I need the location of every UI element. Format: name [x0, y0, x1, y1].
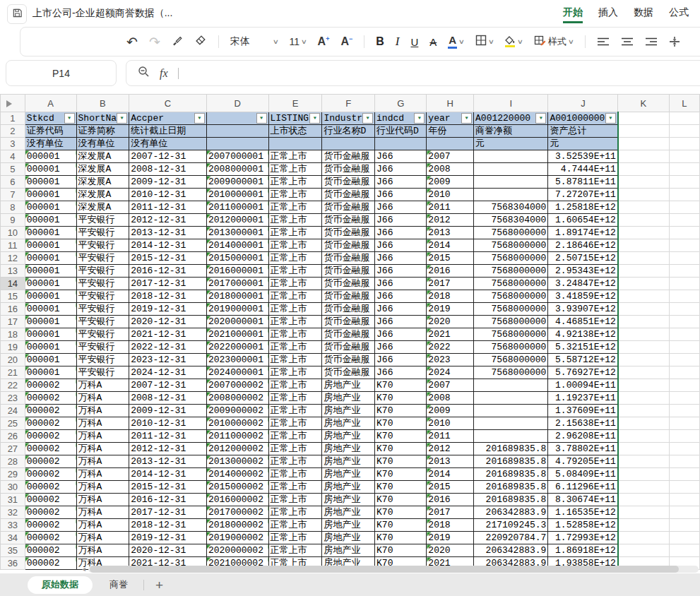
fill-color-button[interactable]: ∨: [504, 36, 523, 47]
cell-G19[interactable]: J66: [375, 341, 427, 354]
cell-L20[interactable]: [669, 354, 700, 366]
cell-A26[interactable]: 000002: [25, 430, 76, 443]
cell-I10[interactable]: 7568000000: [474, 227, 548, 239]
cell-A20[interactable]: 000001: [25, 354, 76, 366]
cell-B35[interactable]: 万科A: [76, 544, 129, 557]
cell-I15[interactable]: 7568000000: [474, 290, 548, 303]
cell-K19[interactable]: [618, 341, 669, 354]
cell-B17[interactable]: 平安银行: [76, 316, 129, 328]
cell-B12[interactable]: 平安银行: [76, 252, 129, 265]
cell-E16[interactable]: 正常上市: [268, 303, 322, 316]
cell-F4[interactable]: 货币金融服: [322, 150, 375, 163]
cell-G14[interactable]: J66: [375, 278, 427, 290]
cell-F32[interactable]: 房地产业: [322, 506, 375, 519]
row-header-22[interactable]: 22: [1, 379, 25, 392]
cell-L5[interactable]: [669, 163, 700, 176]
column-header-K[interactable]: K: [618, 95, 669, 112]
cell-D23[interactable]: 2008000002: [206, 392, 268, 405]
cell-B22[interactable]: 万科A: [76, 379, 129, 392]
cell-L17[interactable]: [669, 316, 700, 328]
column-header-J[interactable]: J: [548, 95, 618, 112]
cell-F9[interactable]: 货币金融服: [322, 214, 375, 227]
filter-dropdown-icon[interactable]: ▼: [362, 113, 373, 124]
row-header-11[interactable]: 11: [1, 239, 25, 252]
cell-G21[interactable]: J66: [375, 366, 427, 379]
cell-K16[interactable]: [618, 303, 669, 316]
cell-J18[interactable]: 4.92138E+12: [548, 328, 618, 341]
cell-A30[interactable]: 000002: [25, 481, 76, 494]
cell-B32[interactable]: 万科A: [76, 506, 129, 519]
cell-L6[interactable]: [669, 176, 700, 189]
save-button[interactable]: [7, 4, 27, 24]
cell-A4[interactable]: 000001: [25, 150, 76, 163]
row-header-28[interactable]: 28: [1, 455, 25, 468]
cell-F14[interactable]: 货币金融服: [322, 278, 375, 290]
cell-J26[interactable]: 2.96208E+11: [548, 430, 618, 443]
format-painter-icon[interactable]: [172, 35, 184, 49]
cell-H19[interactable]: 2022: [427, 341, 474, 354]
cell-I13[interactable]: 7568000000: [474, 265, 548, 278]
cell-H3[interactable]: [427, 138, 474, 150]
cell-D7[interactable]: 2010000001: [206, 189, 268, 201]
cell-E25[interactable]: 正常上市: [268, 417, 322, 430]
cell-J23[interactable]: 1.19237E+11: [548, 392, 618, 405]
filter-dropdown-icon[interactable]: ▼: [605, 113, 616, 124]
row-header-32[interactable]: 32: [1, 506, 25, 519]
cell-K30[interactable]: [618, 481, 669, 494]
cell-G16[interactable]: J66: [375, 303, 427, 316]
cell-A25[interactable]: 000002: [25, 417, 76, 430]
cell-D28[interactable]: 2013000002: [206, 455, 268, 468]
cell-H2[interactable]: 年份: [427, 125, 474, 138]
cell-A19[interactable]: 000001: [25, 341, 76, 354]
cell-E21[interactable]: 正常上市: [268, 366, 322, 379]
cell-J14[interactable]: 3.24847E+12: [548, 278, 618, 290]
cell-K23[interactable]: [618, 392, 669, 405]
cell-L11[interactable]: [669, 239, 700, 252]
cell-D31[interactable]: 2016000002: [206, 494, 268, 506]
add-sheet-button[interactable]: +: [155, 578, 163, 592]
cell-J27[interactable]: 3.78802E+11: [548, 443, 618, 455]
cell-D16[interactable]: 2019000001: [206, 303, 268, 316]
cell-G28[interactable]: K70: [375, 455, 427, 468]
cell-C10[interactable]: 2013-12-31: [129, 227, 207, 239]
cell-L21[interactable]: [669, 366, 700, 379]
cell-C5[interactable]: 2008-12-31: [129, 163, 207, 176]
column-header-C[interactable]: C: [129, 95, 207, 112]
cell-J34[interactable]: 1.72993E+12: [548, 532, 618, 544]
cell-J28[interactable]: 4.79205E+11: [548, 455, 618, 468]
cell-B18[interactable]: 平安银行: [76, 328, 129, 341]
cell-L13[interactable]: [669, 265, 700, 278]
cell-J22[interactable]: 1.00094E+11: [548, 379, 618, 392]
vertical-align-middle-button[interactable]: [669, 36, 680, 47]
cell-J1[interactable]: A001000000▼: [548, 112, 618, 125]
cell-E29[interactable]: 正常上市: [268, 468, 322, 481]
cell-E5[interactable]: 正常上市: [268, 163, 322, 176]
underline-button[interactable]: U: [410, 36, 418, 48]
cell-D13[interactable]: 2016000001: [206, 265, 268, 278]
cell-F13[interactable]: 货币金融服: [322, 265, 375, 278]
cell-B11[interactable]: 平安银行: [76, 239, 129, 252]
cell-H11[interactable]: 2014: [427, 239, 474, 252]
cell-A3[interactable]: 没有单位: [25, 138, 76, 150]
cell-E8[interactable]: 正常上市: [268, 201, 322, 214]
cell-F22[interactable]: 房地产业: [322, 379, 375, 392]
cell-K24[interactable]: [618, 405, 669, 417]
cell-I14[interactable]: 7568000000: [474, 278, 548, 290]
cell-E11[interactable]: 正常上市: [268, 239, 322, 252]
cell-B5[interactable]: 深发展A: [76, 163, 129, 176]
cell-G29[interactable]: K70: [375, 468, 427, 481]
cell-B25[interactable]: 万科A: [76, 417, 129, 430]
cell-G22[interactable]: K70: [375, 379, 427, 392]
cell-C35[interactable]: 2020-12-31: [129, 544, 207, 557]
cell-C24[interactable]: 2009-12-31: [129, 405, 207, 417]
cell-A27[interactable]: 000002: [25, 443, 76, 455]
cell-D8[interactable]: 2011000001: [206, 201, 268, 214]
cell-D34[interactable]: 2019000002: [206, 532, 268, 544]
cell-H29[interactable]: 2014: [427, 468, 474, 481]
cell-E31[interactable]: 正常上市: [268, 494, 322, 506]
cell-L12[interactable]: [669, 252, 700, 265]
cell-K29[interactable]: [618, 468, 669, 481]
column-header-I[interactable]: I: [474, 95, 548, 112]
cell-styles-button[interactable]: 样式 ∨: [534, 35, 574, 49]
cell-A8[interactable]: 000001: [25, 201, 76, 214]
